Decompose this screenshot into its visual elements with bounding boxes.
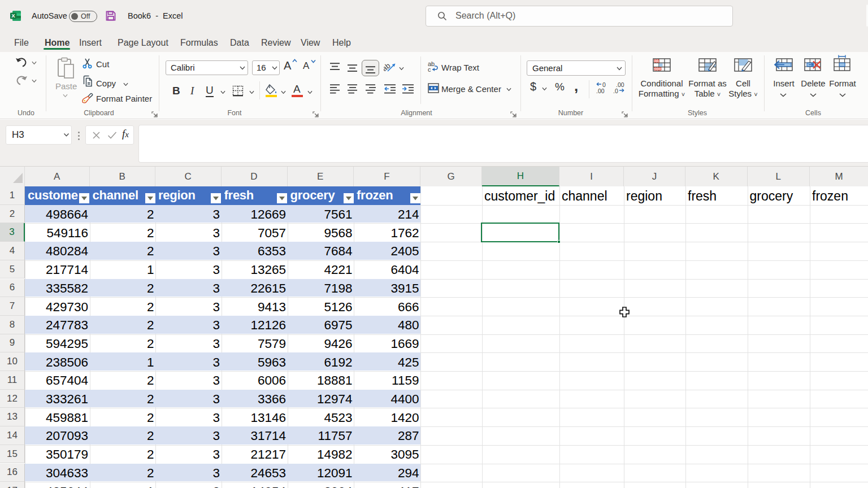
- svg-text:.0: .0: [613, 88, 618, 94]
- svg-text:.00: .00: [596, 88, 605, 94]
- svg-text:c: c: [428, 66, 431, 72]
- svg-text:X: X: [11, 12, 15, 19]
